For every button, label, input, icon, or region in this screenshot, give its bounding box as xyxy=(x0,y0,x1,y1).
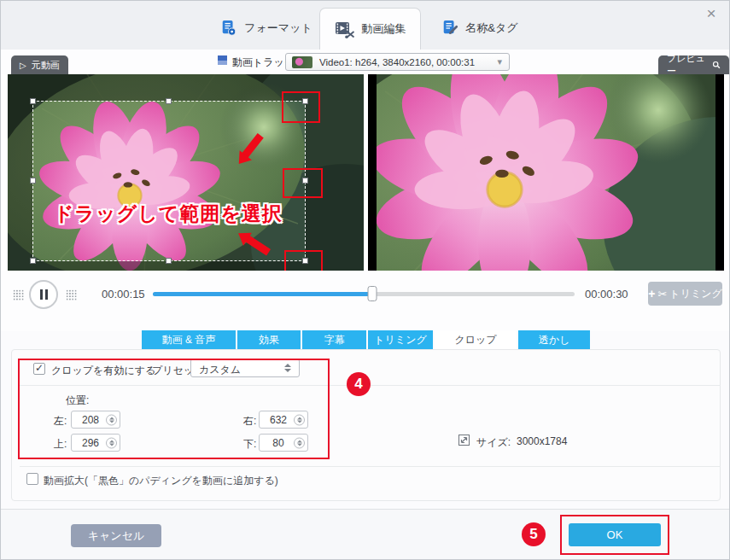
crop-handle[interactable] xyxy=(30,98,36,104)
timeline-handle[interactable] xyxy=(367,286,377,301)
preview-badge: プレビュー xyxy=(658,55,729,74)
video-thumbnail xyxy=(292,56,312,68)
trim-button[interactable]: + ✂ トリミング xyxy=(648,282,722,306)
size-label: サイズ: xyxy=(476,435,511,450)
close-icon[interactable]: × xyxy=(702,4,721,23)
expand-video-label: 動画拡大(「黒色」のパディングを動画に追加する) xyxy=(44,474,278,488)
current-time: 00:00:15 xyxy=(102,288,145,300)
pause-bar-icon xyxy=(45,289,48,300)
magnifier-icon xyxy=(712,60,721,70)
total-time: 00:00:30 xyxy=(585,288,628,300)
edit-tab-video-audio[interactable]: 動画 & 音声 xyxy=(142,330,236,349)
grip-dots-icon xyxy=(13,289,24,300)
edit-tab-label: クロップ xyxy=(454,333,496,347)
crop-handle[interactable] xyxy=(30,258,36,264)
track-row: 動画トラック: Video1: h264, 3840x2160, 00:00:3… xyxy=(1,50,730,74)
preview-badge-label: プレビュー xyxy=(667,52,707,78)
lotus-photo-cropped xyxy=(377,74,715,271)
header: フォーマット 動画編集 名称&タグ × xyxy=(1,1,730,50)
edit-tab-label: 動画 & 音声 xyxy=(162,333,216,347)
crop-handle[interactable] xyxy=(166,98,172,104)
edit-tab-trim[interactable]: トリミング xyxy=(368,330,433,349)
step-4-number: 4 xyxy=(354,376,362,393)
edit-tab-label: 字幕 xyxy=(324,333,345,347)
pause-bar-icon xyxy=(40,289,43,300)
timeline-row: 00:00:15 00:00:30 + ✂ トリミング xyxy=(1,271,730,331)
source-video-badge-label: 元動画 xyxy=(32,59,60,72)
divider xyxy=(20,466,721,467)
tab-video-edit[interactable]: 動画編集 xyxy=(319,8,421,50)
annotation-rect-bottom-handle xyxy=(284,250,323,271)
edit-tab-subtitle[interactable]: 字幕 xyxy=(302,330,366,349)
edit-tab-effect[interactable]: 効果 xyxy=(237,330,301,349)
plus-icon: + xyxy=(648,287,655,300)
cancel-button[interactable]: キャンセル xyxy=(71,524,161,547)
play-icon: ▷ xyxy=(20,61,26,70)
scissors-icon: ✂ xyxy=(657,288,667,300)
tab-format[interactable]: フォーマット xyxy=(216,8,317,49)
timeline-slider[interactable] xyxy=(153,292,575,296)
pause-button[interactable] xyxy=(29,280,58,309)
drag-hint-text: ドラッグして範囲を選択 xyxy=(54,201,283,227)
tab-video-edit-label: 動画編集 xyxy=(362,21,406,37)
expand-video-checkbox[interactable] xyxy=(26,473,38,485)
edit-tab-crop[interactable]: クロップ xyxy=(435,330,517,349)
video-track-value: Video1: h264, 3840x2160, 00:00:31 xyxy=(319,57,475,67)
edit-tab-watermark[interactable]: 透かし xyxy=(518,330,590,349)
chevron-down-icon: ▾ xyxy=(497,56,502,67)
annotation-rect-top-handle xyxy=(282,91,320,123)
timeline-progress-fill xyxy=(153,292,372,296)
source-video-canvas[interactable]: ドラッグして範囲を選択 xyxy=(8,74,364,271)
doc-pencil-icon xyxy=(441,20,458,37)
annotation-rect-crop-settings xyxy=(18,359,330,459)
video-track-icon xyxy=(218,55,227,65)
trim-button-label: トリミング xyxy=(669,287,721,301)
size-value: 3000x1784 xyxy=(517,435,567,447)
format-doc-gear-icon xyxy=(220,20,237,37)
crop-selection[interactable] xyxy=(32,101,306,261)
step-5-number: 5 xyxy=(529,526,537,543)
crop-handle[interactable] xyxy=(166,258,172,264)
video-track-dropdown[interactable]: Video1: h264, 3840x2160, 00:00:31 ▾ xyxy=(285,53,510,71)
video-strip: ドラッグして範囲を選択 xyxy=(1,74,730,271)
video-edit-dialog: フォーマット 動画編集 名称&タグ × xyxy=(0,0,730,560)
footer: キャンセル 5 OK xyxy=(1,509,730,560)
step-4-badge: 4 xyxy=(347,372,371,396)
tab-name-tag-label: 名称&タグ xyxy=(465,20,517,36)
tab-name-tag[interactable]: 名称&タグ xyxy=(432,8,528,49)
cancel-button-label: キャンセル xyxy=(88,528,145,544)
preview-video-canvas xyxy=(368,74,724,271)
edit-tab-label: トリミング xyxy=(374,333,426,347)
annotation-rect-mid-handle xyxy=(283,168,323,198)
size-expand-icon xyxy=(458,435,470,446)
step-5-badge: 5 xyxy=(522,522,546,546)
annotation-rect-ok xyxy=(560,515,669,555)
edit-tab-label: 透かし xyxy=(539,333,570,347)
film-scissors-icon xyxy=(335,20,355,38)
source-video-badge: ▷ 元動画 xyxy=(11,55,68,74)
tab-format-label: フォーマット xyxy=(244,20,312,36)
grip-dots-icon xyxy=(66,289,77,300)
crop-handle[interactable] xyxy=(30,178,36,184)
edit-tab-label: 効果 xyxy=(259,333,279,347)
